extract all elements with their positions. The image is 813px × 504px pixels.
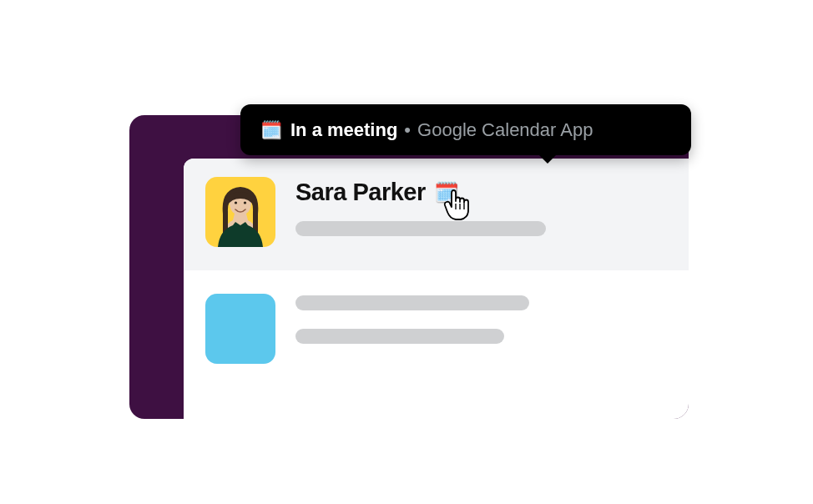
message-text-placeholder <box>295 221 546 236</box>
tooltip-source-text: Google Calendar App <box>417 119 593 141</box>
user-name-line: Sara Parker 🗓️ <box>295 179 664 206</box>
svg-point-0 <box>235 201 237 204</box>
status-emoji-button[interactable]: 🗓️ <box>434 183 459 203</box>
messages-panel: Sara Parker 🗓️ <box>184 159 689 419</box>
tooltip-separator: • <box>404 119 411 141</box>
avatar-image <box>208 180 273 247</box>
user-name[interactable]: Sara Parker <box>295 179 426 206</box>
app-window: Sara Parker 🗓️ <box>129 115 689 419</box>
tooltip-status-text: In a meeting <box>290 119 397 141</box>
calendar-icon: 🗓️ <box>260 120 282 140</box>
message-text-placeholder <box>295 295 529 310</box>
avatar[interactable] <box>205 177 275 247</box>
message-content: Sara Parker 🗓️ <box>295 177 664 236</box>
status-tooltip: 🗓️ In a meeting • Google Calendar App <box>240 104 691 155</box>
avatar[interactable] <box>205 294 275 364</box>
message-row[interactable] <box>184 270 689 382</box>
message-text-placeholder <box>295 329 504 344</box>
calendar-icon: 🗓️ <box>434 183 459 203</box>
message-row[interactable]: Sara Parker 🗓️ <box>184 159 689 270</box>
message-content <box>295 294 664 344</box>
svg-point-1 <box>244 201 246 204</box>
